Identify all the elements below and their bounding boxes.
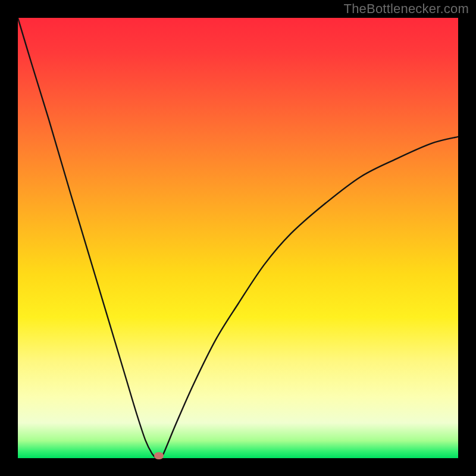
curve-svg bbox=[18, 18, 458, 458]
bottleneck-curve bbox=[18, 18, 458, 458]
chart-frame: TheBottlenecker.com bbox=[0, 0, 476, 476]
optimum-marker bbox=[154, 452, 164, 459]
watermark-text: TheBottlenecker.com bbox=[344, 1, 469, 17]
plot-area bbox=[18, 18, 458, 458]
